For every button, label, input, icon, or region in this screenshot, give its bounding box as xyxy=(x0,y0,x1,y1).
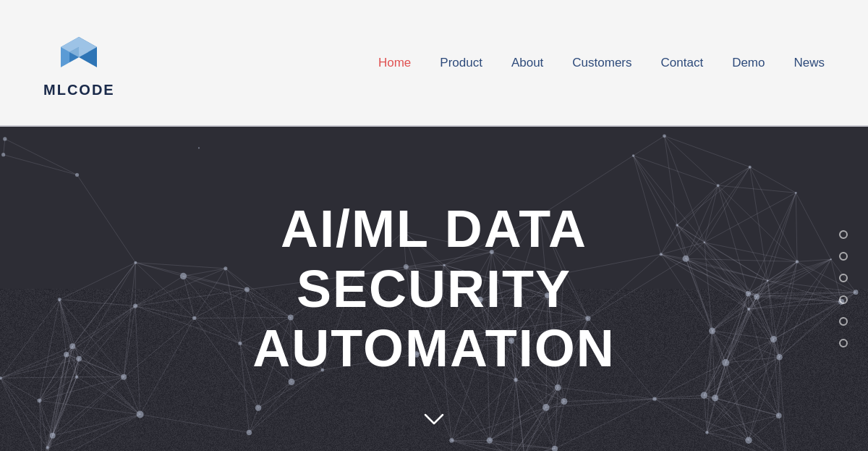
side-dot-4[interactable] xyxy=(839,295,848,304)
hero-title-line1: AI/ML DATA xyxy=(281,200,587,258)
logo[interactable]: MLCODE xyxy=(43,27,115,98)
side-dot-2[interactable] xyxy=(839,252,848,261)
logo-text: MLCODE xyxy=(43,82,115,98)
scroll-down-button[interactable] xyxy=(421,406,447,435)
nav-home[interactable]: Home xyxy=(378,56,411,70)
hero-title-line2: SECURITY xyxy=(297,260,571,318)
nav-about[interactable]: About xyxy=(511,56,543,70)
chevron-down-icon xyxy=(421,406,447,432)
side-dot-5[interactable] xyxy=(839,317,848,326)
nav-customers[interactable]: Customers xyxy=(572,56,631,70)
side-dot-3[interactable] xyxy=(839,274,848,282)
site-header: MLCODE Home Product About Customers Cont… xyxy=(0,0,868,127)
hero-section: AI/ML DATA SECURITY AUTOMATION xyxy=(0,127,868,451)
side-dot-1[interactable] xyxy=(839,230,848,239)
hero-title: AI/ML DATA SECURITY AUTOMATION xyxy=(252,199,615,379)
hero-title-line3: AUTOMATION xyxy=(252,319,615,377)
nav-demo[interactable]: Demo xyxy=(732,56,765,70)
nav-news[interactable]: News xyxy=(793,56,825,70)
nav-product[interactable]: Product xyxy=(440,56,482,70)
hero-content: AI/ML DATA SECURITY AUTOMATION xyxy=(252,199,615,379)
nav-contact[interactable]: Contact xyxy=(661,56,704,70)
side-dot-6[interactable] xyxy=(839,339,848,347)
logo-icon xyxy=(54,27,104,77)
side-nav-dots xyxy=(839,230,848,347)
main-nav: Home Product About Customers Contact Dem… xyxy=(378,56,825,70)
